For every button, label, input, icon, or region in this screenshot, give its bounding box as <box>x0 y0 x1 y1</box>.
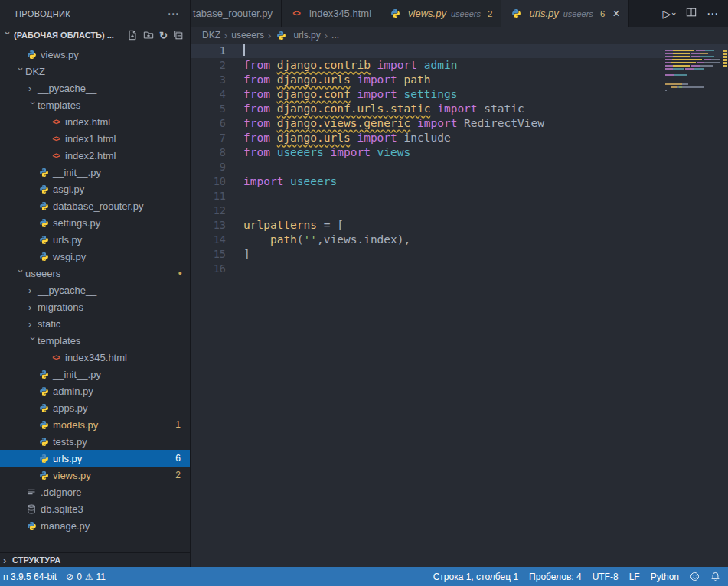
breadcrumb-item[interactable]: ... <box>331 30 339 41</box>
notifications-bell-icon[interactable] <box>710 571 720 581</box>
refresh-icon[interactable]: ↻ <box>159 30 168 41</box>
item-label: database_roouter.py <box>53 200 144 212</box>
file-item-views.py[interactable]: views.py <box>0 46 190 63</box>
file-item-apps.py[interactable]: apps.py <box>0 399 190 416</box>
html-icon: <> <box>50 149 62 161</box>
code-text: from django.views.generic import Redirec… <box>243 116 544 131</box>
file-item-index2.html[interactable]: <>index2.html <box>0 147 190 164</box>
language-mode-status[interactable]: Python <box>651 571 679 582</box>
folder-item-__pycache__[interactable]: ›__pycache__ <box>0 282 190 298</box>
tab-tabase_roouter.py[interactable]: tabase_roouter.py <box>191 0 282 27</box>
file-item-urls.py[interactable]: urls.py6 <box>0 450 190 467</box>
tab-urls.py[interactable]: urls.pyuseeers6× <box>501 0 628 27</box>
folder-item-migrations[interactable]: ›migrations <box>0 298 190 315</box>
more-actions-icon[interactable]: ⋯ <box>168 7 179 21</box>
chevron-down-icon: › <box>670 12 679 15</box>
item-label: useeers <box>25 268 60 279</box>
eol-status[interactable]: LF <box>629 571 640 582</box>
tab-description: useeers <box>451 9 481 18</box>
line-number: 9 <box>191 160 226 174</box>
code-text: from django.urls import path <box>243 73 430 87</box>
indentation-status[interactable]: Пробелов: 4 <box>529 571 582 582</box>
file-item-index.html[interactable]: <>index.html <box>0 113 190 130</box>
item-label: views.py <box>53 470 91 481</box>
folder-item-static[interactable]: ›static <box>0 315 190 332</box>
problems-status[interactable]: ⊘ 0 ⚠ 11 <box>66 571 106 582</box>
modified-dot-icon: ● <box>178 269 182 277</box>
folder-item-useeers[interactable]: ›useeers● <box>0 265 190 282</box>
python-icon <box>38 402 50 414</box>
file-item-views.py[interactable]: views.py2 <box>0 467 190 483</box>
encoding-status[interactable]: UTF-8 <box>593 571 619 582</box>
code-text: from useeers import views <box>243 145 410 160</box>
ignore-icon <box>25 486 38 498</box>
folder-item-DKZ[interactable]: ›DKZ <box>0 63 190 80</box>
workspace-label: (РАБОЧАЯ ОБЛАСТЬ) ... <box>14 31 114 40</box>
python-icon <box>25 519 38 532</box>
folder-item-templates[interactable]: ›templates <box>0 96 190 113</box>
python-icon <box>25 48 38 60</box>
split-editor-icon[interactable] <box>686 7 697 21</box>
collapse-all-icon[interactable] <box>173 30 184 41</box>
item-label: migrations <box>38 301 83 313</box>
file-item-settings.py[interactable]: settings.py <box>0 214 190 231</box>
breadcrumb-item[interactable]: useeers <box>231 30 264 41</box>
item-label: __pycache__ <box>38 285 96 296</box>
file-item-db.sqlite3[interactable]: db.sqlite3 <box>0 500 190 517</box>
tab-index345.html[interactable]: <>index345.html <box>282 0 380 27</box>
folder-item-templates[interactable]: ›templates <box>0 332 190 349</box>
code-line: 16 <box>191 262 728 276</box>
file-item-.dcignore[interactable]: .dcignore <box>0 483 190 500</box>
breadcrumb-item[interactable]: urls.py <box>275 29 320 41</box>
python-icon <box>38 233 50 246</box>
vscode-window: ПРОВОДНИК ⋯ › (РАБОЧАЯ ОБЛАСТЬ) ... ↻ <box>0 0 728 586</box>
item-label: index345.html <box>65 352 127 363</box>
code-text <box>243 44 245 58</box>
line-number: 2 <box>191 58 226 73</box>
item-label: __pycache__ <box>38 83 96 94</box>
new-file-icon[interactable] <box>127 30 138 41</box>
file-item-index1.html[interactable]: <>index1.html <box>0 130 190 147</box>
close-icon[interactable]: × <box>612 8 619 20</box>
chevron-down-icon: › <box>16 67 26 77</box>
overview-ruler <box>722 44 728 567</box>
more-actions-icon[interactable]: ⋯ <box>707 7 718 21</box>
item-label: .dcignore <box>41 487 81 498</box>
file-item-__init__.py[interactable]: __init__.py <box>0 366 190 383</box>
python-interpreter-status[interactable]: n 3.9.5 64-bit <box>3 571 57 582</box>
minimap[interactable] <box>665 47 720 96</box>
breadcrumb-item[interactable]: DKZ <box>202 30 220 41</box>
tab-description: useeers <box>563 9 593 18</box>
status-bar: n 3.9.5 64-bit ⊘ 0 ⚠ 11 Строка 1, столбе… <box>0 567 728 586</box>
file-item-asgi.py[interactable]: asgi.py <box>0 181 190 197</box>
tab-views.py[interactable]: views.pyuseeers2 <box>380 0 501 27</box>
chevron-down-icon: › <box>28 337 38 346</box>
file-item-admin.py[interactable]: admin.py <box>0 383 190 399</box>
line-number: 13 <box>191 218 226 233</box>
item-label: tests.py <box>53 436 87 448</box>
file-item-urls.py[interactable]: urls.py <box>0 231 190 248</box>
cursor-position-status[interactable]: Строка 1, столбец 1 <box>433 571 518 582</box>
file-item-index345.html[interactable]: <>index345.html <box>0 349 190 366</box>
file-item-wsgi.py[interactable]: wsgi.py <box>0 248 190 265</box>
folder-item-__pycache__[interactable]: ›__pycache__ <box>0 80 190 96</box>
line-number: 5 <box>191 102 226 116</box>
outline-section-header[interactable]: › СТРУКТУРА <box>0 552 190 567</box>
feedback-smiley-icon[interactable] <box>690 571 700 581</box>
run-button[interactable]: ▷ › <box>663 8 676 20</box>
file-item-__init__.py[interactable]: __init__.py <box>0 164 190 181</box>
code-line: 3from django.urls import path <box>191 73 728 87</box>
tab-label: urls.py <box>529 8 558 19</box>
error-count: 0 <box>77 571 82 582</box>
file-item-tests.py[interactable]: tests.py <box>0 433 190 450</box>
code-editor[interactable]: 12from django.contrib import admin3from … <box>191 44 728 567</box>
new-folder-icon[interactable] <box>143 30 154 41</box>
item-label: index.html <box>65 116 110 128</box>
file-item-models.py[interactable]: models.py1 <box>0 416 190 433</box>
file-item-database_roouter.py[interactable]: database_roouter.py <box>0 197 190 214</box>
tab-problems-badge: 2 <box>488 9 492 18</box>
python-icon <box>38 469 50 481</box>
file-item-manage.py[interactable]: manage.py <box>0 517 190 534</box>
line-number: 3 <box>191 73 226 87</box>
workspace-section-header[interactable]: › (РАБОЧАЯ ОБЛАСТЬ) ... ↻ <box>0 27 190 44</box>
